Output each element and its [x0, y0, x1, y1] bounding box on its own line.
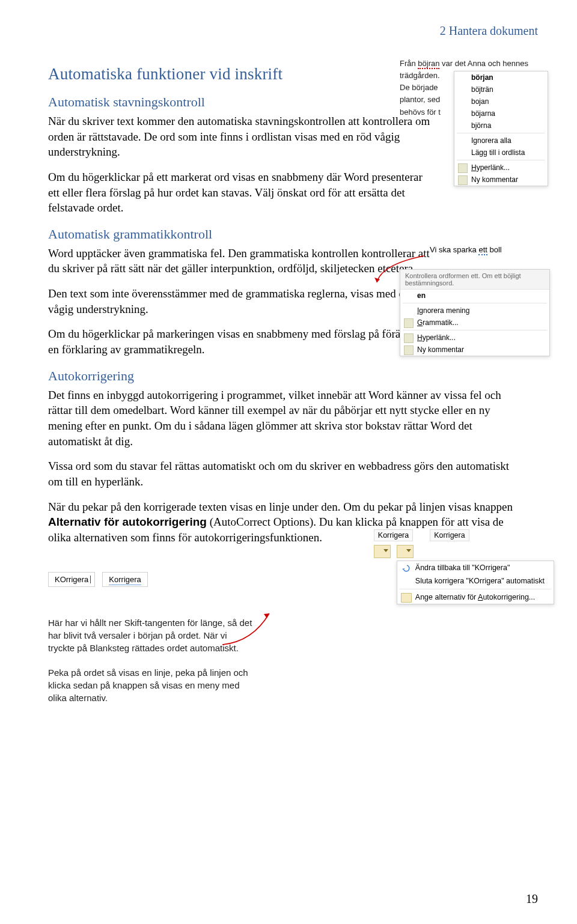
grammar-context-menu[interactable]: Kontrollera ordformen ett. Om ett böjlig…	[400, 269, 550, 356]
autocorr-smarttag-stack: Korrigera Korrigera Ändra tillbaka till …	[374, 529, 566, 604]
undo-icon	[401, 564, 411, 572]
ac-menu-options[interactable]: Ange alternativ för Autokorrigering...	[397, 591, 554, 604]
page-number: 19	[526, 892, 538, 906]
grammar-error-word: ett	[478, 245, 487, 255]
caption-2: Peka på ordet så visas en linje, peka på…	[48, 666, 252, 704]
spell-ctx-post: var det Anna och hennes	[439, 59, 528, 68]
autocorrect-options-menu[interactable]: Ändra tillbaka till "KOrrigera" Sluta ko…	[397, 561, 554, 604]
spell-misspelled-word: böjran	[418, 59, 439, 69]
lightning-icon	[401, 593, 412, 603]
spell-suggestion-0[interactable]: början	[454, 71, 548, 84]
autocorr-top-label-1: Korrigera	[374, 529, 413, 541]
spell-ignore-all[interactable]: Ignorera alla	[454, 135, 548, 147]
p-ac-3-bold: Alternativ för autokorrigering	[48, 515, 207, 528]
spell-context-menu[interactable]: början böjträn bojan böjarna björna Igno…	[454, 71, 548, 186]
autocorr-before-box: KOrrigera	[48, 572, 95, 587]
p-spell-1: När du skriver text kommer den automatis…	[48, 114, 433, 160]
autocorrect-example-row: KOrrigera Korrigera Korrigera Korrigera	[48, 555, 538, 604]
screenshot-grammar-contextmenu: Vi ska sparka ett boll Kontrollera ordfo…	[400, 245, 550, 383]
p-ac-1: Det finns en inbyggd autokorrigering i p…	[48, 388, 517, 449]
p-gram-2: Den text som inte överensstämmer med de …	[48, 286, 433, 317]
grammar-sample-text: Vi ska sparka ett boll	[430, 245, 502, 254]
spell-line-2: plantor, sed	[400, 95, 440, 104]
grammar-rule-header: Kontrollera ordformen ett. Om ett böjlig…	[400, 270, 549, 290]
spell-new-comment[interactable]: Ny kommentar	[454, 174, 548, 186]
gram-post: boll	[487, 245, 502, 254]
spell-add-dict[interactable]: Lägg till i ordlista	[454, 147, 548, 159]
grammar-new-comment[interactable]: Ny kommentar	[400, 344, 549, 356]
ac-menu-undo[interactable]: Ändra tillbaka till "KOrrigera"	[397, 561, 554, 574]
spell-suggestion-2[interactable]: bojan	[454, 96, 548, 108]
grammar-ignore[interactable]: Ignorera mening	[400, 305, 549, 317]
autocorr-after-box: Korrigera	[102, 572, 147, 587]
screenshot-spell-contextmenu: Från böjran var det Anna och hennes träd…	[400, 58, 550, 208]
autocorrect-options-button[interactable]	[374, 545, 391, 558]
autocorr-after-text: Korrigera	[109, 575, 141, 585]
running-header: 2 Hantera dokument	[48, 24, 538, 38]
autocorrect-options-button-open[interactable]	[397, 545, 414, 558]
spell-suggestion-1[interactable]: böjträn	[454, 84, 548, 96]
spell-line-1: De började	[400, 83, 438, 92]
spell-suggestion-4[interactable]: björna	[454, 120, 548, 132]
ac-m3-text: Ange alternativ för Autokorrigering...	[415, 593, 535, 601]
ac-menu-stop[interactable]: Sluta korrigera "KOrrigera" automatiskt	[397, 574, 554, 588]
arrow-curve2-icon	[216, 609, 276, 651]
h2-grammar: Automatisk grammatikkontroll	[48, 226, 538, 242]
spell-hyper-text: yperlänk...	[477, 163, 510, 172]
p-spell-2: Om du högerklickar på ett markerat ord v…	[48, 169, 433, 216]
grammar-suggestion[interactable]: en	[400, 290, 549, 302]
p-ac-3a: När du pekar på den korrigerade texten v…	[48, 500, 513, 513]
spell-hyperlink[interactable]: Hyperlänk...	[454, 162, 548, 174]
grammar-dialog[interactable]: Grammatik...	[400, 317, 549, 329]
ac-m2-text: Sluta korrigera "KOrrigera" automatiskt	[415, 577, 545, 585]
spell-suggestion-3[interactable]: böjarna	[454, 108, 548, 120]
spell-line-0: trädgården.	[400, 71, 440, 80]
gram-pre: Vi ska sparka	[430, 245, 478, 254]
ac-m1-text: Ändra tillbaka till "KOrrigera"	[415, 564, 510, 572]
autocorr-top-label-2: Korrigera	[430, 529, 469, 541]
spell-line-3: behövs för t	[400, 108, 441, 117]
grammar-hyperlink[interactable]: Hyperlänk...	[400, 332, 549, 344]
p-ac-2: Vissa ord som du stavar fel rättas autom…	[48, 458, 517, 489]
spell-ctx-pre: Från	[400, 59, 418, 68]
